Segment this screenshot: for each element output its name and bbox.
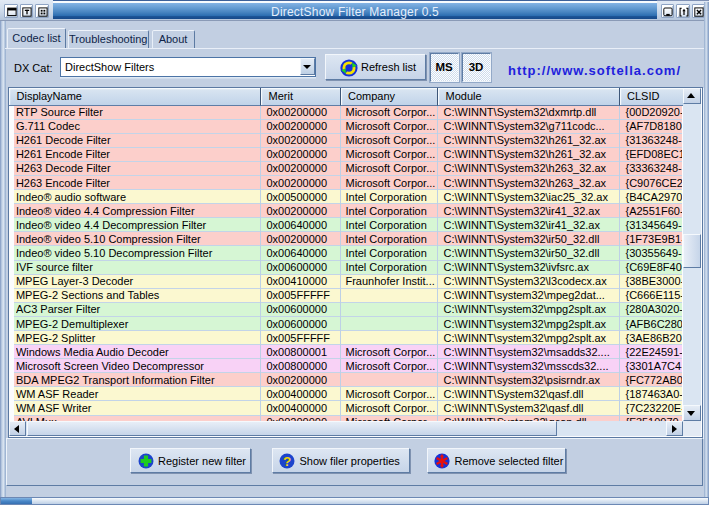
svg-text:?: ?: [283, 454, 291, 469]
